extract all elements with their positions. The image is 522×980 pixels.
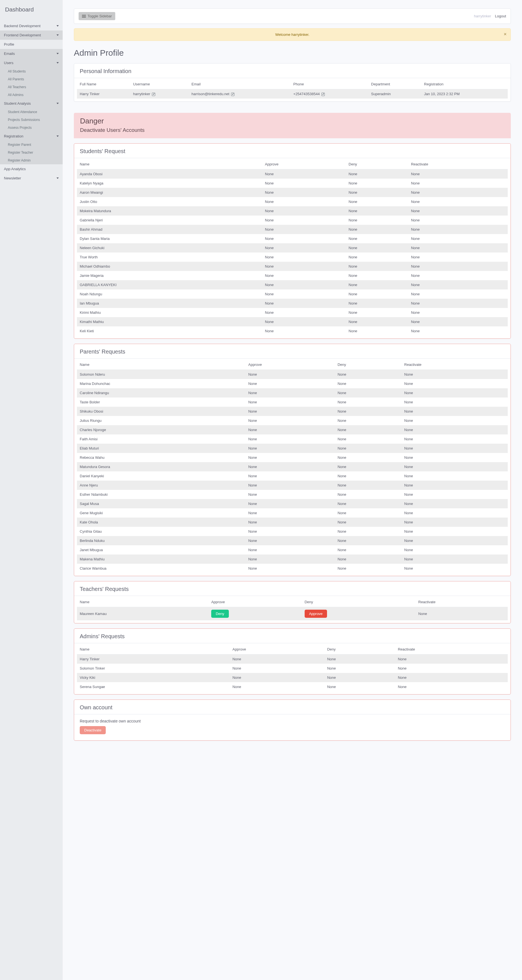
table-row: Esther NdambukiNoneNoneNone (77, 490, 508, 499)
cell: None (408, 197, 508, 206)
sidebar-item[interactable]: Users (0, 58, 63, 67)
table-row: True WorthNoneNoneNone (77, 253, 508, 262)
cell: None (408, 234, 508, 243)
column-header: Full Name (77, 79, 130, 89)
sidebar-subitem[interactable]: Register Admin (0, 156, 63, 164)
cell: None (335, 398, 401, 407)
cell: None (395, 682, 508, 691)
welcome-alert-text: Welcome harrytinker. (275, 32, 309, 37)
cell: Charles Njoroge (77, 425, 245, 434)
cell: None (245, 398, 335, 407)
sidebar-subitem[interactable]: Projects Submissions (0, 116, 63, 124)
cell: None (335, 379, 401, 388)
table-row: Gene MugisikiNoneNoneNone (77, 508, 508, 517)
cell: None (245, 388, 335, 398)
sidebar-subitem[interactable]: All Parents (0, 75, 63, 83)
sidebar-subitem[interactable]: Register Parent (0, 141, 63, 149)
table-row: Neleen GichukiNoneNoneNone (77, 243, 508, 253)
sidebar-item-label: Newsletter (4, 176, 21, 180)
cell: None (401, 398, 508, 407)
chevron-down-icon (57, 103, 59, 104)
sidebar-subitem[interactable]: All Admins (0, 91, 63, 99)
sidebar-subitem[interactable]: All Teachers (0, 83, 63, 91)
chevron-down-icon (57, 135, 59, 137)
cell: Eliab Muturi (77, 444, 245, 453)
logout-link[interactable]: Logout (495, 14, 506, 18)
sidebar-subitem[interactable]: Student Attendance (0, 108, 63, 116)
table-row: Mokeira MatunduraNoneNoneNone (77, 206, 508, 216)
cell: None (245, 453, 335, 462)
column-header: Deny (335, 360, 401, 370)
cell: None (230, 664, 325, 673)
cell: Kate Ohola (77, 517, 245, 527)
cell-department: Superadmin (368, 89, 421, 99)
cell: Caroline Ndirangu (77, 388, 245, 398)
cell: None (346, 225, 408, 234)
cell: Kimathi Mathiu (77, 317, 262, 326)
edit-icon[interactable] (231, 93, 235, 96)
topbar: Toggle Sidebar harrytinker Logout (74, 8, 511, 24)
cell: None (408, 253, 508, 262)
column-header: Username (130, 79, 189, 89)
parents-card: Parents' Requests NameApproveDenyReactiv… (74, 344, 511, 576)
sidebar-item[interactable]: Newsletter (0, 173, 63, 183)
cell: None (245, 471, 335, 480)
students-card: Students' Request NameApproveDenyReactiv… (74, 143, 511, 339)
cell: None (245, 370, 335, 379)
cell: None (262, 178, 346, 188)
table-row: Jamie MageriaNoneNoneNone (77, 271, 508, 280)
sidebar-item[interactable]: Registration (0, 132, 63, 141)
sidebar-item[interactable]: Frontend Development (0, 30, 63, 40)
sidebar-item[interactable]: Student Analysis (0, 99, 63, 108)
deactivate-button[interactable]: Deactivate (80, 726, 106, 734)
cell: None (346, 308, 408, 317)
cell: None (401, 416, 508, 425)
cell: None (335, 508, 401, 517)
danger-subtitle: Deactivate Users' Accounts (80, 127, 505, 133)
column-header: Deny (302, 597, 416, 607)
cell: None (395, 664, 508, 673)
cell: Jamie Mageria (77, 271, 262, 280)
sidebar-item[interactable]: Profile (0, 40, 63, 49)
topbar-username[interactable]: harrytinker (474, 14, 491, 18)
table-row: Sagal MusaNoneNoneNone (77, 499, 508, 508)
cell: None (395, 654, 508, 664)
cell: None (262, 216, 346, 225)
cell: Berlinda Nduku (77, 536, 245, 545)
deny-button[interactable]: Approve (305, 610, 327, 618)
sidebar-item[interactable]: App Analytics (0, 164, 63, 173)
table-row: Daniel KanyekiNoneNoneNone (77, 471, 508, 480)
sidebar-item[interactable]: Backend Development (0, 21, 63, 30)
cell: Kirimi Mathiu (77, 308, 262, 317)
cell: None (230, 654, 325, 664)
table-row: Marina DohunchacNoneNoneNone (77, 379, 508, 388)
cell: None (416, 607, 508, 620)
cell: None (401, 425, 508, 434)
sidebar-subitem[interactable]: Register Teacher (0, 149, 63, 156)
cell: None (408, 188, 508, 197)
column-header: Name (77, 159, 262, 169)
chevron-down-icon (57, 177, 59, 179)
cell: None (401, 379, 508, 388)
cell: Gabriella Njeri (77, 216, 262, 225)
cell: None (245, 555, 335, 564)
table-row: Clarice WambuaNoneNoneNone (77, 564, 508, 573)
sidebar-item-label: Backend Development (4, 24, 41, 28)
toggle-sidebar-button[interactable]: Toggle Sidebar (79, 12, 115, 20)
close-icon[interactable]: × (503, 31, 507, 37)
cell: None (245, 490, 335, 499)
column-header: Reactivate (395, 644, 508, 654)
cell: Harry Tinker (77, 654, 230, 664)
column-header: Reactivate (408, 159, 508, 169)
sidebar-item[interactable]: Emails (0, 49, 63, 58)
cell: None (335, 517, 401, 527)
sidebar-subitem[interactable]: Assess Projects (0, 124, 63, 132)
edit-icon[interactable] (152, 93, 155, 96)
edit-icon[interactable] (321, 93, 325, 96)
cell: Serena Sungae (77, 682, 230, 691)
sidebar-brand[interactable]: Dashboard (0, 0, 63, 21)
cell: None (346, 326, 408, 336)
approve-button[interactable]: Deny (211, 610, 228, 618)
sidebar-subitem[interactable]: All Students (0, 67, 63, 75)
table-row: GABRIELLA KANYEKINoneNoneNone (77, 280, 508, 290)
